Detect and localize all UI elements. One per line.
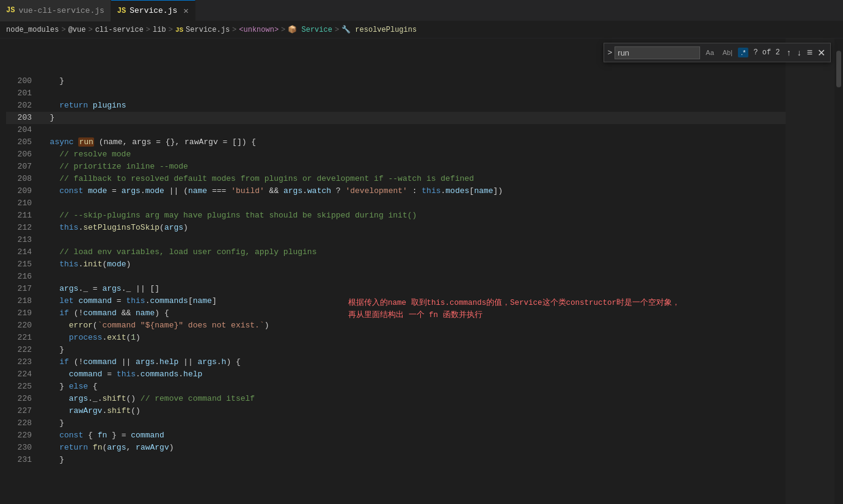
scrollbar-thumb[interactable] xyxy=(836,51,841,87)
breadcrumb-lib[interactable]: lib xyxy=(153,26,166,34)
tab-label: vue-cli-service.js xyxy=(18,6,104,15)
search-prompt-icon: > xyxy=(608,48,613,57)
tab-service-js[interactable]: JS Service.js ✕ xyxy=(111,0,195,21)
table-row: 206 // resolve mode xyxy=(6,148,786,161)
breadcrumb-unknown[interactable]: <unknown> xyxy=(239,26,279,34)
table-row: 229 const { fn } = command xyxy=(6,429,786,442)
table-row: 202 return plugins xyxy=(6,100,786,112)
minimap xyxy=(786,38,834,504)
search-regex-button[interactable]: .* xyxy=(738,48,748,57)
table-row: 200 } xyxy=(6,75,786,87)
js-icon-active: JS xyxy=(117,7,126,15)
table-row: 219 if (!command && name) { xyxy=(6,307,786,320)
breadcrumb-node-modules[interactable]: node_modules xyxy=(6,26,59,34)
table-row: 201 xyxy=(6,87,786,100)
table-row: 207 // prioritize inline --mode xyxy=(6,161,786,173)
table-row: 220 error(`command "${name}" does not ex… xyxy=(6,320,786,332)
search-widget: > Aa Ab| .* ? of 2 ↑ ↓ ≡ ✕ xyxy=(604,43,831,62)
table-row: 203 } xyxy=(6,112,786,124)
code-editor[interactable]: 200 }201 202 return plugins203 }204 205 … xyxy=(0,38,786,504)
table-row: 228 } xyxy=(6,417,786,429)
breadcrumb-service-js[interactable]: Service.js xyxy=(186,26,230,34)
search-menu-button[interactable]: ≡ xyxy=(806,47,814,58)
table-row: 225 } else { xyxy=(6,381,786,393)
table-row: 216 xyxy=(6,271,786,283)
breadcrumb-resolve-plugins[interactable]: 🔧 resolvePlugins xyxy=(341,25,417,34)
table-row: 227 rawArgv.shift() xyxy=(6,405,786,417)
breadcrumb-vue[interactable]: @vue xyxy=(68,26,86,34)
search-next-button[interactable]: ↓ xyxy=(795,48,803,57)
table-row: 231 } xyxy=(6,454,786,466)
tab-bar: JS vue-cli-service.js JS Service.js ✕ xyxy=(0,0,843,21)
table-row: 209 const mode = args.mode || (name === … xyxy=(6,185,786,197)
table-row: 217 args._ = args._ || [] xyxy=(6,283,786,295)
search-whole-word-button[interactable]: Ab| xyxy=(720,48,735,57)
tab-close-icon[interactable]: ✕ xyxy=(183,5,188,16)
tab-label-active: Service.js xyxy=(130,6,177,15)
editor: 200 }201 202 return plugins203 }204 205 … xyxy=(0,38,843,504)
table-row: 208 // fallback to resolved default mode… xyxy=(6,173,786,185)
table-row: 218 let command = this.commands[name] xyxy=(6,295,786,307)
breadcrumb-sep-1: > xyxy=(61,26,65,34)
table-row: 213 xyxy=(6,234,786,246)
search-close-button[interactable]: ✕ xyxy=(816,47,827,59)
breadcrumb-service-class[interactable]: 📦 Service xyxy=(288,25,332,34)
table-row: 226 args._.shift() // remove command its… xyxy=(6,393,786,405)
tab-vue-cli-service[interactable]: JS vue-cli-service.js xyxy=(0,0,111,21)
table-row: 211 // --skip-plugins arg may have plugi… xyxy=(6,210,786,222)
search-count: ? of 2 xyxy=(753,48,779,57)
table-row: 214 // load env variables, load user con… xyxy=(6,246,786,258)
js-icon: JS xyxy=(6,6,15,15)
table-row: 222 } xyxy=(6,344,786,356)
table-row: 212 this.setPluginsToSkip(args) xyxy=(6,222,786,234)
table-row: 204 xyxy=(6,124,786,136)
table-row: 223 if (!command || args.help || args.h)… xyxy=(6,356,786,368)
table-row: 210 xyxy=(6,197,786,210)
table-row: 221 process.exit(1) xyxy=(6,332,786,344)
search-prev-button[interactable]: ↑ xyxy=(785,48,793,57)
table-row: 230 return fn(args, rawArgv) xyxy=(6,442,786,454)
search-match-case-button[interactable]: Aa xyxy=(702,48,717,57)
search-input[interactable] xyxy=(615,46,700,59)
table-row: 205 async run (name, args = {}, rawArgv … xyxy=(6,136,786,148)
breadcrumb-js-badge: JS xyxy=(175,26,183,34)
table-row: 224 command = this.commands.help xyxy=(6,368,786,381)
scrollbar-track[interactable] xyxy=(834,38,843,504)
table-row: 215 this.init(mode) xyxy=(6,258,786,271)
breadcrumb: node_modules > @vue > cli-service > lib … xyxy=(0,21,843,38)
breadcrumb-cli-service[interactable]: cli-service xyxy=(95,26,144,34)
